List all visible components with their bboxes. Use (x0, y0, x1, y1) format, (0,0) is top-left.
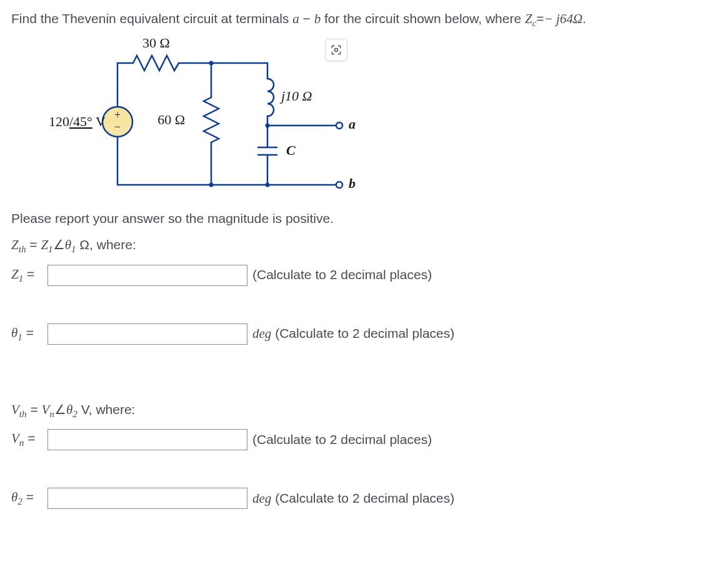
text: . (582, 11, 586, 26)
z1-label: Z1 = (11, 265, 44, 285)
vn-input[interactable] (47, 429, 247, 450)
text: for the circuit shown below, where (321, 11, 525, 26)
instruction-text: Please report your answer so the magnitu… (11, 210, 717, 227)
theta2-input[interactable] (47, 488, 247, 509)
terminal-a-label: a (349, 116, 356, 132)
text: (Calculate to 2 decimal places) (271, 491, 454, 505)
svg-point-0 (335, 48, 338, 51)
angle: ∠ (53, 237, 65, 252)
eq: = (26, 237, 41, 252)
sym: V (42, 402, 50, 417)
theta1-hint: deg (Calculate to 2 decimal places) (252, 325, 454, 342)
vn-label: Vn = (11, 430, 44, 450)
sub: th (19, 244, 26, 254)
theta2-hint: deg (Calculate to 2 decimal places) (252, 490, 454, 507)
circuit-figure: + − 30 Ω 60 Ω j10 Ω C 120/45° V a b (11, 35, 361, 197)
vn-row: Vn = (Calculate to 2 decimal places) (11, 429, 717, 450)
text: (Calculate to 2 decimal places) (271, 326, 454, 340)
sym: θ (11, 325, 17, 340)
sym: V (11, 431, 19, 446)
sub: 2 (17, 497, 22, 507)
sub: 1 (17, 332, 22, 342)
z1-hint: (Calculate to 2 decimal places) (252, 266, 432, 284)
theta1-row: θ1 = deg (Calculate to 2 decimal places) (11, 323, 717, 345)
terminal-b-label: b (349, 175, 356, 191)
vth-definition: Vth = Vn∠θ2 V, where: (11, 401, 717, 421)
z1-row: Z1 = (Calculate to 2 decimal places) (11, 265, 717, 286)
eq: = (23, 267, 34, 281)
eq: = (22, 325, 34, 340)
zc-symbol: Z (525, 11, 532, 26)
unit: deg (252, 326, 271, 341)
text: Find the Thevenin equivalent circuit at … (11, 11, 292, 26)
z1-input[interactable] (47, 265, 247, 286)
theta2-row: θ2 = deg (Calculate to 2 decimal places) (11, 488, 717, 509)
text: , where: (89, 237, 136, 252)
text: , where: (89, 402, 136, 417)
sub: 1 (48, 244, 53, 254)
angle: ∠ (54, 402, 66, 417)
sub: 2 (72, 409, 77, 419)
problem-statement: Find the Thevenin equivalent circuit at … (11, 10, 717, 30)
svg-point-17 (336, 122, 342, 129)
capture-icon (330, 44, 342, 56)
source-label: 120/45° V (49, 114, 106, 129)
unit: Ω (76, 237, 90, 252)
sym: θ (11, 490, 17, 505)
text: − (299, 11, 314, 26)
sub: n (49, 409, 54, 419)
eq: = (22, 490, 34, 504)
svg-point-20 (209, 182, 214, 187)
theta1-input[interactable] (47, 323, 247, 345)
l1-label: j10 Ω (279, 88, 312, 104)
svg-point-21 (266, 123, 270, 127)
sub: 1 (71, 244, 76, 254)
c-label: C (286, 142, 296, 158)
source-plus: + (114, 109, 121, 121)
zth-definition: Zth = Z1∠θ1 Ω, where: (11, 236, 717, 256)
terminal-a: a (292, 11, 299, 26)
zc-value: − j64Ω (544, 11, 582, 26)
sym: Z (41, 237, 48, 252)
eq: = (24, 431, 35, 445)
sym: Z (11, 237, 19, 252)
sub: th (19, 409, 27, 419)
r1-label: 30 Ω (142, 35, 170, 51)
svg-point-18 (336, 182, 342, 188)
sym: θ (66, 402, 72, 417)
theta1-label: θ1 = (11, 324, 44, 344)
unit: deg (252, 491, 271, 506)
sym: Z (11, 267, 19, 282)
eq: = (27, 402, 42, 417)
terminal-b: b (314, 11, 321, 26)
sym: θ (65, 237, 71, 252)
unit: V (77, 402, 89, 417)
capture-button[interactable] (325, 39, 347, 61)
r2-label: 60 Ω (157, 112, 185, 127)
source-minus: − (114, 121, 121, 133)
vn-hint: (Calculate to 2 decimal places) (252, 431, 432, 448)
svg-point-22 (266, 182, 270, 187)
equals: = (536, 11, 544, 26)
sym: V (11, 402, 19, 417)
svg-point-19 (209, 61, 214, 65)
theta2-label: θ2 = (11, 488, 44, 508)
